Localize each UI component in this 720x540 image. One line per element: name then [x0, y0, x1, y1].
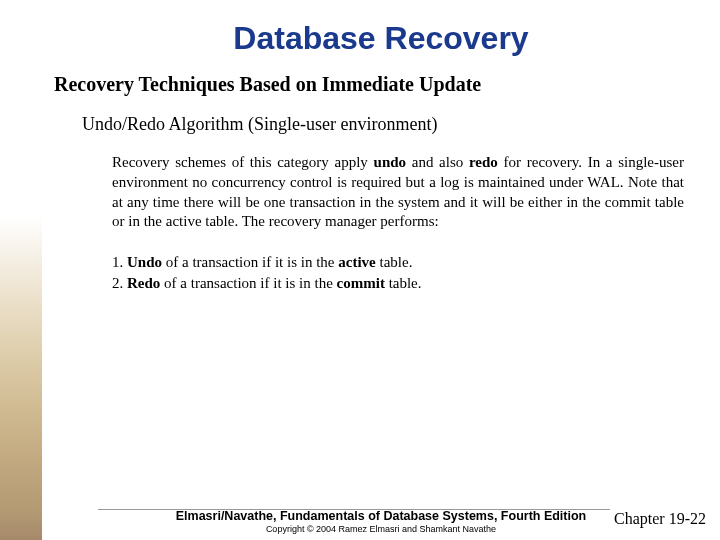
slide-content: Database Recovery Recovery Techniques Ba… [42, 0, 720, 540]
list-item: 1. Undo of a transaction if it is in the… [112, 252, 684, 273]
text: Recovery schemes of this category apply [112, 154, 374, 170]
text: of a transaction if it is in the [162, 254, 338, 270]
emphasis-redo: redo [469, 154, 498, 170]
list-label: Redo [127, 275, 160, 291]
text: table. [385, 275, 422, 291]
emphasis-undo: undo [374, 154, 407, 170]
subsection-heading: Undo/Redo Algorithm (Single-user environ… [82, 114, 700, 135]
text: of a transaction if it is in the [160, 275, 336, 291]
page-number: Chapter 19-22 [614, 510, 706, 528]
list-item: 2. Redo of a transaction if it is in the… [112, 273, 684, 294]
text: and also [406, 154, 469, 170]
list-key: active [338, 254, 375, 270]
numbered-list: 1. Undo of a transaction if it is in the… [112, 252, 684, 294]
list-number: 1. [112, 254, 123, 270]
slide-title: Database Recovery [42, 20, 720, 57]
list-label: Undo [127, 254, 162, 270]
decorative-left-band [0, 0, 42, 540]
text: table. [376, 254, 413, 270]
list-key: commit [337, 275, 385, 291]
body-paragraph: Recovery schemes of this category apply … [112, 153, 684, 232]
list-number: 2. [112, 275, 123, 291]
section-heading: Recovery Techniques Based on Immediate U… [54, 73, 700, 96]
